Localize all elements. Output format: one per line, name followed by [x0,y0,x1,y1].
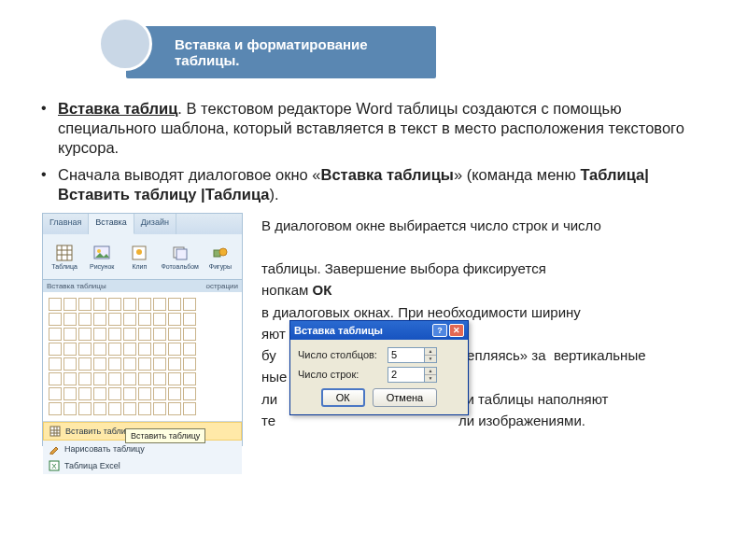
rt-l3: нопкам ОК [261,279,710,301]
table-grid[interactable] [43,292,242,421]
row-columns: Число столбцов: ▲▼ [298,347,460,363]
svg-rect-13 [50,427,60,436]
rows-field: ▲▼ [388,367,460,383]
tool-clip-label: Клип [132,263,147,270]
tool-shapes-label: Фигуры [209,263,232,270]
rt-l1: В диалоговом окне выбирается число строк… [261,215,710,236]
ribbon-group-label: Вставка таблицы острации [43,279,242,292]
bullet-2-c: ). [269,186,278,203]
tool-album[interactable]: Фотоальбом [159,237,200,277]
menu-draw-table-label: Нарисовать таблицу [64,444,145,454]
bullet-2-b: » (команда меню [454,166,580,183]
tab-insert[interactable]: Вставка [89,214,134,234]
tool-shapes[interactable]: Фигуры [203,237,238,277]
tab-home[interactable]: Главная [43,214,89,234]
group-left: Вставка таблицы [47,282,106,290]
tool-picture-label: Рисунок [90,263,114,270]
cancel-button[interactable]: Отмена [373,388,437,407]
svg-rect-0 [57,245,72,260]
header-title: Вставка и форматирование таблицы. [126,26,436,78]
dialog-help-button[interactable]: ? [432,324,447,337]
tool-table-label: Таблица [51,263,77,270]
bullet-1-lead: Вставка таблиц [58,100,177,117]
svg-point-12 [219,248,227,256]
rows-label: Число строк: [298,369,384,380]
ok-button[interactable]: ОК [321,388,365,407]
picture-icon [93,245,110,261]
dialog-title-text: Вставка таблицы [294,325,383,336]
menu-excel-table[interactable]: X Таблица Excel [43,457,242,474]
chevron-up-icon: ▲ [425,368,436,375]
cols-spinner[interactable]: ▲▼ [425,347,437,363]
excel-icon: X [49,460,60,471]
header-circle [98,17,152,71]
bullet-2-a: Сначала выводят диалоговое окно « [58,166,321,183]
cols-label: Число столбцов: [298,349,384,360]
lower-section: Главная Вставка Дизайн Таблица Рисунок К… [37,213,710,432]
shapes-icon [212,245,229,261]
bullet-2: Сначала выводят диалоговое окно «Вставка… [58,165,710,204]
dialog-title-buttons: ? ✕ [432,324,464,337]
cols-input[interactable] [388,347,425,363]
bullet-list: Вставка таблиц. В текстовом редакторе Wo… [37,99,710,205]
pencil-icon [49,443,60,455]
svg-point-8 [136,249,142,255]
rows-spinner[interactable]: ▲▼ [425,367,437,383]
tool-clip[interactable]: Клип [121,237,157,277]
content-area: Вставка таблиц. В текстовом редакторе Wo… [0,65,747,431]
table-icon [56,245,73,261]
tool-album-label: Фотоальбом [161,263,198,270]
ribbon-tools: Таблица Рисунок Клип Фотоальбом Фигуры [43,234,242,279]
slide-header: Вставка и форматирование таблицы. [126,26,747,65]
bullet-1: Вставка таблиц. В текстовом редакторе Wo… [58,99,710,158]
tool-picture[interactable]: Рисунок [84,237,120,277]
tool-table[interactable]: Таблица [47,237,82,277]
dialog-buttons: ОК Отмена [298,388,460,407]
chevron-down-icon: ▼ [425,356,436,362]
chevron-down-icon: ▼ [425,375,436,382]
insert-table-dialog: Вставка таблицы ? ✕ Число столбцов: ▲▼ Ч… [289,320,469,415]
chevron-up-icon: ▲ [425,348,436,356]
clip-icon [131,245,148,261]
menu-excel-table-label: Таблица Excel [64,461,120,470]
word-ribbon-screenshot: Главная Вставка Дизайн Таблица Рисунок К… [42,213,243,446]
dialog-body: Число столбцов: ▲▼ Число строк: ▲▼ ОК От [290,340,468,414]
svg-point-6 [97,249,101,253]
insert-table-icon [49,426,61,437]
cols-field: ▲▼ [388,347,460,363]
rows-input[interactable] [388,367,425,383]
svg-rect-10 [176,249,187,259]
rt-l2: таблицы. Завершение выбора фиксируется [261,258,710,279]
ribbon-tabs: Главная Вставка Дизайн [43,214,242,234]
album-icon [172,245,189,261]
bullet-2-bold1: Вставка таблицы [321,166,454,183]
group-right: острации [205,282,238,290]
tab-design[interactable]: Дизайн [134,214,176,234]
dialog-close-button[interactable]: ✕ [449,324,464,337]
row-rows: Число строк: ▲▼ [298,367,460,383]
dialog-titlebar[interactable]: Вставка таблицы ? ✕ [290,321,468,340]
tooltip-insert-table: Вставить таблицу [125,428,205,443]
svg-text:X: X [51,462,57,470]
